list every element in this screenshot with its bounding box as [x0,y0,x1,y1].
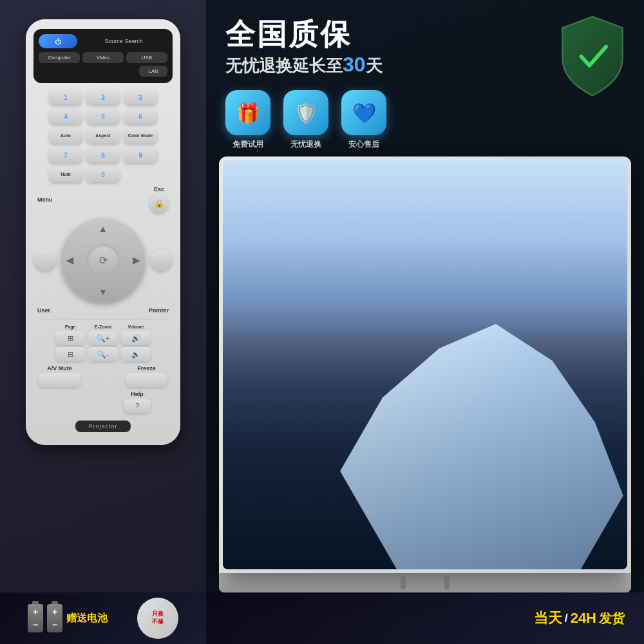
pointer-round-button[interactable] [150,249,172,271]
separator [41,319,166,319]
icon-item-2: 💙 安心售后 [341,90,386,150]
av-mute-label: A/V Mute [47,365,72,372]
icon-label-1: 无忧退换 [290,139,321,150]
bottom-bar-left: + − + − 赠送电池 只换 不修 [0,592,206,644]
tv-leg-left [401,576,406,589]
icon-item-1: 🛡️ 无忧退换 [283,90,328,150]
delivery-day: 当天 [534,609,562,628]
gift-label-text: 赠送电池 [66,612,108,625]
color-mode-button[interactable]: Color Mode [124,128,157,144]
aspect-button[interactable]: Aspect [86,128,120,144]
video-button[interactable]: Video [82,52,124,63]
ezoom-in-button[interactable]: 🔍+ [88,331,118,345]
shield-icon [554,13,631,103]
ezoom-out-button[interactable]: 🔍- [88,347,118,361]
dpad-up-button[interactable]: ▲ [99,223,108,234]
help-label: Help [131,391,144,397]
ezoom-group: E-Zoom 🔍+ 🔍- [88,325,118,361]
num-0-button[interactable]: 0 [86,167,120,182]
computer-button[interactable]: Computer [39,52,80,63]
freeze-label: Freeze [137,365,156,372]
dpad-center-icon: ⟳ [99,254,108,267]
esc-lock-button[interactable]: 🔒 [149,194,169,213]
dpad-row: ▲ ▼ ◀ ▶ ⟳ [33,217,173,303]
delivery-slash: / [565,612,568,625]
esc-label: Esc [154,186,164,193]
user-label: User [37,307,50,314]
help-button[interactable]: ? [124,399,151,413]
num-3-button[interactable]: 3 [124,90,157,105]
num-9-button[interactable]: 9 [124,147,157,163]
icon-bubble-gift: 🎁 [225,90,270,135]
source-search-row: ⏻ Source Search [39,34,167,48]
menu-esc-row: Menu Esc 🔒 [33,186,173,213]
num-2-button[interactable]: 2 [86,90,120,105]
page-label: Page [65,325,76,329]
num-8-button[interactable]: 8 [86,147,120,163]
power-icon: ⏻ [55,38,61,45]
num-row-1: 1 2 3 [33,90,173,105]
tv-overlay [223,160,627,569]
icon-bubble-shield: 🛡️ [283,90,328,135]
av-freeze-row: A/V Mute Freeze [33,365,173,387]
ezoom-label: E-Zoom [95,325,111,329]
battery-2: + − [47,604,62,632]
icon-bubble-heart: 💙 [341,90,386,135]
lan-button[interactable]: LAN [139,66,167,77]
battery-minus-2: − [52,620,57,630]
dpad-center-button[interactable]: ⟳ [87,244,119,276]
dpad-left-button[interactable]: ◀ [66,255,73,265]
usb-button[interactable]: USB [126,52,167,63]
tv-section [206,156,644,592]
num-4-button[interactable]: 4 [49,109,82,124]
gift-badge: + − + − 赠送电池 [28,604,108,632]
num-1-button[interactable]: 1 [49,90,82,105]
battery-top-1 [32,601,39,604]
quality-title: 全国质保 [225,19,352,49]
auto-button[interactable]: Auto [49,128,82,144]
num-button[interactable]: Num [49,167,82,182]
delivery-section: 当天 / 24H 发货 [534,609,625,628]
tv-frame [219,156,631,573]
exchange-line1: 只换 [152,611,164,618]
pointer-label: Pointer [149,307,169,314]
bottom-bar-right: 当天 / 24H 发货 [206,592,644,644]
volume-down-button[interactable]: 🔈 [121,347,151,361]
page-up-button[interactable]: ⊞ [55,331,85,345]
help-section: Help ? [124,391,151,413]
menu-round-button[interactable] [34,249,56,271]
dpad-down-button[interactable]: ▼ [99,287,108,297]
num-7-button[interactable]: 7 [49,147,82,163]
battery-plus-1: + [33,607,38,617]
freeze-button[interactable] [126,373,167,387]
num-5-button[interactable]: 5 [86,109,120,124]
tv-stand [219,573,631,592]
help-row: Help ? [33,391,173,413]
battery-minus-1: − [33,620,38,630]
num-zero-row: Num 0 [33,167,173,182]
quality-section: 全国质保 无忧退换延长至30天 [206,0,644,84]
icon-label-0: 免费试用 [232,139,263,150]
quality-subtitle: 无忧退换延长至30天 [225,53,383,77]
num-row-3: 7 8 9 [33,147,173,163]
lan-row: LAN [39,66,167,77]
page-group: Page ⊞ ⊟ [55,325,85,361]
auto-aspect-row: Auto Aspect Color Mode [33,128,173,144]
volume-group: Volume 🔊 🔈 [121,325,151,361]
av-mute-button[interactable] [39,373,80,387]
subtitle-text: 无忧退换延长至 [225,56,343,75]
shield-container [554,13,631,106]
page-down-button[interactable]: ⊟ [55,347,85,361]
exchange-line2: 不修 [152,618,164,626]
power-button[interactable]: ⏻ [39,34,77,48]
delivery-ship: 发货 [599,610,625,627]
battery-1: + − [28,604,43,632]
right-panel: 全国质保 无忧退换延长至30天 🎁 免费试用 🛡️ 无忧退换 💙 安心售后 [206,0,644,644]
tv-screen [223,160,627,569]
num-6-button[interactable]: 6 [124,109,157,124]
num-row-2: 4 5 6 [33,109,173,124]
user-pointer-row: User Pointer [33,307,173,314]
dpad-right-button[interactable]: ▶ [133,255,140,265]
icon-item-0: 🎁 免费试用 [225,90,270,150]
volume-up-button[interactable]: 🔊 [121,331,151,345]
